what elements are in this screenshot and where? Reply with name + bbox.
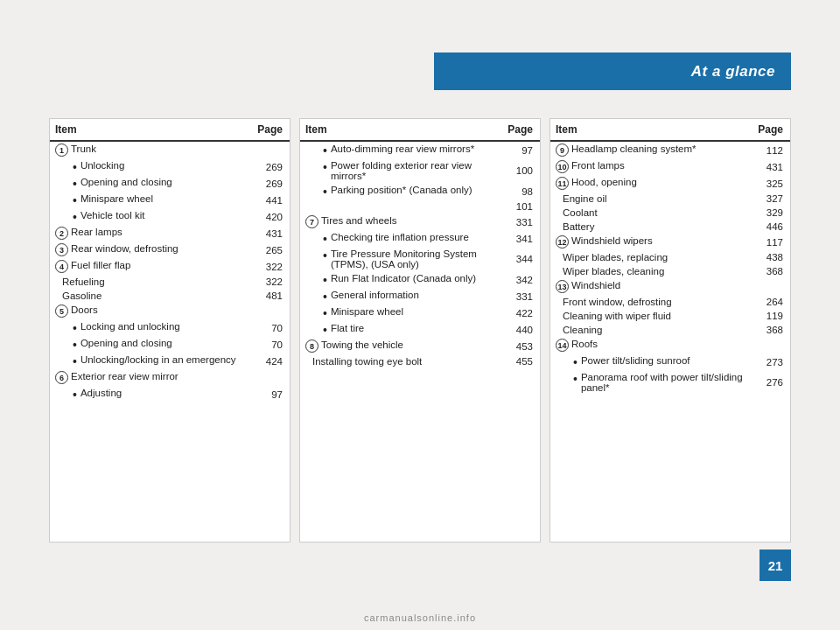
- bullet-label-text: Parking position* (Canada only): [331, 185, 472, 195]
- item-cell: Wiper blades, cleaning: [550, 264, 752, 278]
- item-cell: Front window, defrosting: [550, 295, 752, 309]
- col1-header-page: Page: [250, 119, 290, 141]
- table-row: Gasoline481: [50, 289, 290, 303]
- bullet-label-text: Opening and closing: [80, 338, 172, 348]
- table-row: •Opening and closing70: [50, 336, 290, 353]
- table-row: •Flat tire440: [300, 321, 540, 338]
- col2-header-item: Item: [300, 119, 502, 141]
- col1-header-item: Item: [50, 119, 250, 141]
- table-row: 101: [300, 200, 540, 214]
- item-cell: •Tire Pressure Monitoring System (TPMS),…: [300, 247, 502, 271]
- table-row: •Minispare wheel422: [300, 304, 540, 321]
- item-cell: •Opening and closing: [50, 336, 250, 353]
- table-row: •Tire Pressure Monitoring System (TPMS),…: [300, 247, 540, 271]
- item-label-text: Trunk: [71, 144, 96, 154]
- number-circle: 9: [556, 144, 569, 157]
- number-circle: 7: [305, 215, 318, 228]
- bullet-label-text: Minispare wheel: [80, 193, 153, 204]
- page-cell: 70: [250, 319, 290, 336]
- item-cell: 14Roofs: [550, 337, 752, 354]
- page-cell: 441: [250, 192, 290, 208]
- item-cell: 10Front lamps: [550, 158, 752, 175]
- bullet-icon: •: [73, 211, 77, 223]
- item-cell: •Auto-dimming rear view mirrors*: [300, 141, 502, 158]
- item-cell: 5Doors: [50, 303, 250, 319]
- number-circle: 10: [556, 160, 569, 173]
- item-cell: •Minispare wheel: [50, 192, 250, 208]
- item-label-text: Rear lamps: [71, 227, 122, 237]
- item-label-text: Windshield wipers: [571, 235, 653, 246]
- page-cell: 329: [752, 206, 790, 220]
- page-cell: 422: [502, 304, 540, 321]
- item-cell: 2Rear lamps: [50, 225, 250, 242]
- item-cell: [300, 200, 502, 214]
- page-cell: 446: [752, 220, 790, 234]
- bullet-icon: •: [323, 144, 327, 157]
- table-row: •Run Flat Indicator (Canada only)342: [300, 271, 540, 288]
- item-cell: •Vehicle tool kit: [50, 208, 250, 225]
- page-cell: 276: [752, 370, 790, 395]
- page-cell: [250, 303, 290, 319]
- bullet-icon: •: [323, 233, 327, 245]
- table-row: 5Doors: [50, 303, 290, 319]
- plain-label-text: Refueling: [55, 276, 245, 287]
- page-cell: [752, 337, 790, 354]
- table-row: •Adjusting97: [50, 386, 290, 402]
- number-circle: 4: [55, 260, 68, 273]
- bullet-icon: •: [73, 388, 77, 401]
- table-row: 2Rear lamps431: [50, 225, 290, 242]
- page-badge: 21: [760, 550, 791, 581]
- content-area: Item Page 1Trunk•Unlocking269•Opening an…: [49, 118, 791, 542]
- item-label-text: Doors: [71, 304, 98, 315]
- table-row: 13Windshield: [550, 278, 790, 295]
- page-cell: 322: [250, 258, 290, 275]
- table-row: 12Windshield wipers117: [550, 234, 790, 250]
- page-cell: 97: [250, 386, 290, 402]
- item-cell: 6Exterior rear view mirror: [50, 369, 250, 386]
- table-row: •Opening and closing269: [50, 175, 290, 192]
- table-row: 4Fuel filler flap322: [50, 258, 290, 275]
- page-cell: 119: [752, 309, 790, 323]
- item-label-text: Fuel filler flap: [71, 260, 130, 270]
- bullet-label-text: Flat tire: [331, 323, 364, 333]
- table-row: •Power tilt/sliding sunroof273: [550, 354, 790, 370]
- bullet-icon: •: [73, 161, 77, 173]
- bullet-label-text: Locking and unlocking: [80, 321, 180, 332]
- number-circle: 1: [55, 144, 68, 157]
- page-cell: 424: [250, 353, 290, 369]
- number-circle: 2: [55, 227, 68, 240]
- page-cell: 269: [250, 175, 290, 192]
- item-cell: •Power tilt/sliding sunroof: [550, 354, 752, 370]
- bullet-label-text: Run Flat Indicator (Canada only): [331, 273, 476, 284]
- table-row: •General information331: [300, 288, 540, 304]
- item-label-text: Hood, opening: [571, 177, 637, 187]
- bullet-label-text: Minispare wheel: [331, 306, 403, 317]
- table-row: •Locking and unlocking70: [50, 319, 290, 336]
- table-row: 1Trunk: [50, 141, 290, 158]
- table-col-3: Item Page 9Headlamp cleaning system*1121…: [550, 118, 791, 542]
- plain-label-text: Coolant: [556, 207, 747, 218]
- table-col-2: Item Page •Auto-dimming rear view mirror…: [299, 118, 541, 542]
- bullet-label-text: Power folding exterior rear view mirrors…: [331, 160, 497, 181]
- item-cell: •Unlocking: [50, 158, 250, 175]
- plain-label-text: Front window, defrosting: [556, 297, 747, 307]
- page-cell: 265: [250, 242, 290, 258]
- bullet-icon: •: [73, 178, 77, 190]
- item-label-text: Towing the vehicle: [321, 340, 403, 350]
- number-circle: 3: [55, 243, 68, 256]
- plain-label-text: Cleaning: [556, 325, 747, 335]
- item-cell: 3Rear window, defrosting: [50, 242, 250, 258]
- header-banner: At a glance: [434, 52, 791, 90]
- table-row: Front window, defrosting264: [550, 295, 790, 309]
- bullet-label-text: Auto-dimming rear view mirrors*: [331, 144, 474, 154]
- number-circle: 12: [556, 235, 569, 248]
- table-row: 14Roofs: [550, 337, 790, 354]
- page-cell: 438: [752, 250, 790, 264]
- item-cell: •Locking and unlocking: [50, 319, 250, 336]
- col3-header-item: Item: [550, 119, 752, 141]
- page-cell: 431: [752, 158, 790, 175]
- item-cell: •Minispare wheel: [300, 304, 502, 321]
- item-cell: Engine oil: [550, 192, 752, 206]
- bullet-icon: •: [323, 324, 327, 336]
- table-row: 8Towing the vehicle453: [300, 338, 540, 354]
